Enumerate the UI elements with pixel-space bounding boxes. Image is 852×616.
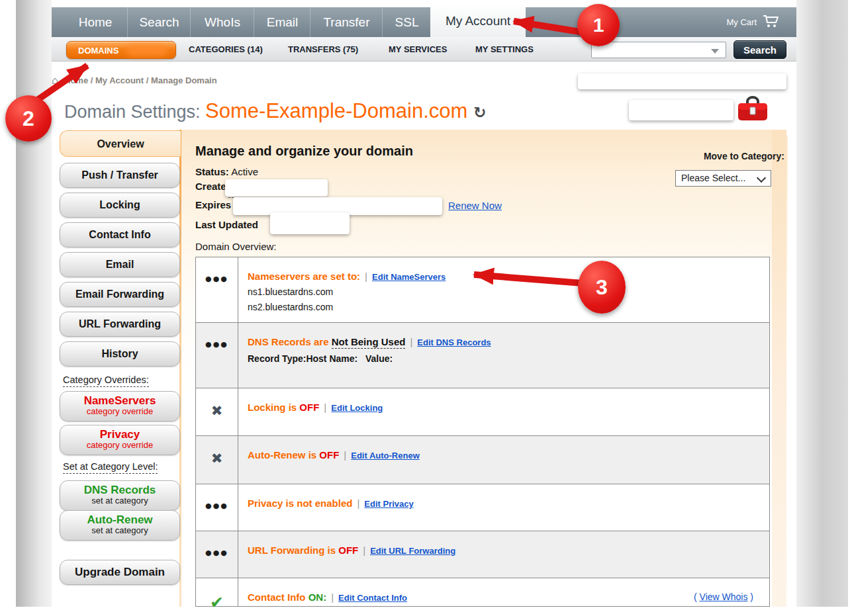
sidebar-item-url-forwarding[interactable]: URL Forwarding — [60, 312, 180, 337]
override-subtitle: category override — [60, 441, 179, 450]
subnav-transfers[interactable]: TRANSFERS (75) — [288, 37, 358, 61]
sidebar-item-overview[interactable]: Overview — [60, 130, 181, 157]
category-select-value: Please Select... — [681, 173, 745, 183]
status-value: Active — [229, 166, 258, 177]
nav-tab-ssl[interactable]: SSL — [382, 7, 431, 37]
row-title: Nameservers are set to: — [248, 271, 360, 282]
domain-settings-page: Home Search WhoIs Email Transfer SSL My … — [0, 0, 852, 616]
row-status: OFF — [338, 545, 358, 556]
sub-navigation: DOMAINS CATEGORIES (14) TRANSFERS (75) M… — [52, 37, 796, 62]
updated-line: Last Updated — [195, 219, 258, 230]
row-title: URL Forwarding is — [248, 545, 338, 556]
override-title: Privacy — [60, 428, 179, 441]
nav-tab-search[interactable]: Search — [127, 7, 191, 37]
row-title: Contact Info — [248, 592, 308, 603]
toolbox-icon[interactable] — [737, 96, 769, 125]
nav-tab-email[interactable]: Email — [254, 7, 310, 37]
table-row-url-forwarding: ●●● URL Forwarding is OFF|Edit URL Forwa… — [196, 531, 769, 578]
category-overrides-label: Category Overrides: — [63, 374, 149, 385]
table-row-locking: ✖ Locking is OFF|Edit Locking — [196, 388, 769, 436]
callout-3: 3 — [578, 261, 626, 314]
row-status: ON: — [308, 592, 327, 603]
redacted-domain-count — [126, 45, 167, 56]
sidebar-item-push-transfer[interactable]: Push / Transfer — [60, 163, 180, 188]
move-to-category-label: Move to Category: — [704, 151, 784, 161]
sidebar-item-upgrade-domain[interactable]: Upgrade Domain — [60, 560, 180, 585]
edit-auto-renew-link[interactable]: Edit Auto-Renew — [351, 451, 420, 461]
table-row-privacy: ●●● Privacy is not enabled|Edit Privacy — [196, 484, 769, 531]
redacted-box-top — [578, 73, 786, 89]
category-title: DNS Records — [60, 484, 179, 496]
dots-icon: ●●● — [205, 275, 228, 283]
sidebar-item-contact-info[interactable]: Contact Info — [60, 222, 180, 247]
bottom-margin — [0, 607, 852, 616]
record-headers: Record Type:Host Name: Value: — [248, 353, 763, 364]
subnav-my-services[interactable]: MY SERVICES — [389, 37, 447, 61]
sidebar-item-email-forwarding[interactable]: Email Forwarding — [60, 282, 180, 307]
row-title: Auto-Renew is — [248, 449, 319, 461]
nav-tab-my-account[interactable]: My Account — [430, 3, 526, 37]
refresh-icon[interactable]: ↻ — [473, 104, 486, 121]
sidebar-item-dns-records-category[interactable]: DNS Records set at category — [60, 480, 180, 511]
domain-search-combobox[interactable] — [591, 42, 726, 58]
row-title: Locking is — [248, 402, 299, 413]
subnav-domains-button[interactable]: DOMAINS — [66, 41, 176, 59]
callout-1: 1 — [577, 4, 620, 46]
row-title: Privacy is not enabled — [248, 498, 352, 509]
nav-tab-whois[interactable]: WhoIs — [190, 7, 254, 37]
edit-nameservers-link[interactable]: Edit NameServers — [372, 272, 446, 282]
edit-locking-link[interactable]: Edit Locking — [331, 403, 383, 413]
nameserver-1: ns1.bluestardns.com — [248, 286, 763, 297]
table-row-auto-renew: ✖ Auto-Renew is OFF|Edit Auto-Renew — [196, 435, 769, 484]
sidebar-item-privacy-override[interactable]: Privacy category override — [60, 425, 180, 455]
search-button[interactable]: Search — [734, 40, 786, 59]
chevron-down-icon — [757, 173, 766, 183]
renew-now-link[interactable]: Renew Now — [448, 200, 502, 211]
redacted-updated-date — [270, 212, 350, 234]
callout-2: 2 — [5, 95, 52, 142]
my-cart[interactable]: My Cart — [727, 7, 781, 37]
edit-url-forwarding-link[interactable]: Edit URL Forwarding — [370, 546, 455, 556]
category-subtitle: set at category — [60, 526, 179, 535]
category-select[interactable]: Please Select... — [675, 170, 771, 187]
dots-icon: ●●● — [205, 340, 228, 349]
view-whois-link[interactable]: View Whois — [700, 592, 748, 602]
breadcrumb[interactable]: Home / My Account / Manage Domain — [64, 75, 217, 85]
row-status: OFF — [319, 449, 339, 461]
category-subtitle: set at category — [60, 496, 179, 506]
cart-icon — [763, 15, 780, 30]
x-icon: ✖ — [211, 403, 223, 419]
subnav-categories[interactable]: CATEGORIES (14) — [189, 37, 263, 61]
sidebar-item-locking[interactable]: Locking — [60, 193, 180, 218]
view-whois: ( View Whois ) — [694, 592, 753, 602]
section-heading: Manage and organize your domain — [195, 144, 413, 159]
row-title: DNS Records are — [248, 336, 332, 347]
edit-privacy-link[interactable]: Edit Privacy — [364, 499, 413, 509]
category-title: Auto-Renew — [60, 513, 179, 526]
sidebar-item-nameservers-override[interactable]: NameServers category override — [60, 391, 180, 421]
domain-overview-table: ●●● Nameservers are set to:|Edit NameSer… — [195, 257, 770, 607]
desktop-margin-left — [16, 0, 52, 607]
edit-contact-info-link[interactable]: Edit Contact Info — [338, 593, 407, 603]
dots-icon: ●●● — [205, 549, 228, 557]
my-cart-label: My Cart — [727, 17, 757, 27]
top-navigation: Home Search WhoIs Email Transfer SSL My … — [52, 7, 796, 38]
row-status: Not Being Used — [332, 336, 406, 349]
dropdown-arrow-icon[interactable] — [711, 49, 719, 54]
table-row-nameservers: ●●● Nameservers are set to:|Edit NameSer… — [196, 257, 769, 322]
x-icon: ✖ — [211, 451, 223, 466]
sidebar-item-auto-renew-category[interactable]: Auto-Renew set at category — [60, 510, 180, 541]
redacted-box-title — [629, 100, 734, 120]
edit-dns-records-link[interactable]: Edit DNS Records — [417, 337, 491, 347]
override-title: NameServers — [60, 394, 179, 407]
page-title-domain: Some-Example-Domain.com — [205, 99, 467, 122]
nav-tab-transfer[interactable]: Transfer — [310, 7, 383, 37]
sidebar-item-history[interactable]: History — [60, 341, 180, 367]
dots-icon: ●●● — [205, 502, 228, 510]
page-title: Domain Settings: Some-Example-Domain.com… — [64, 99, 487, 123]
nameserver-2: ns2.bluestardns.com — [248, 302, 763, 312]
domain-overview-label: Domain Overview: — [195, 241, 277, 252]
sidebar-item-email[interactable]: Email — [60, 252, 180, 277]
subnav-my-settings[interactable]: MY SETTINGS — [475, 37, 534, 61]
nav-tab-home[interactable]: Home — [64, 7, 127, 37]
